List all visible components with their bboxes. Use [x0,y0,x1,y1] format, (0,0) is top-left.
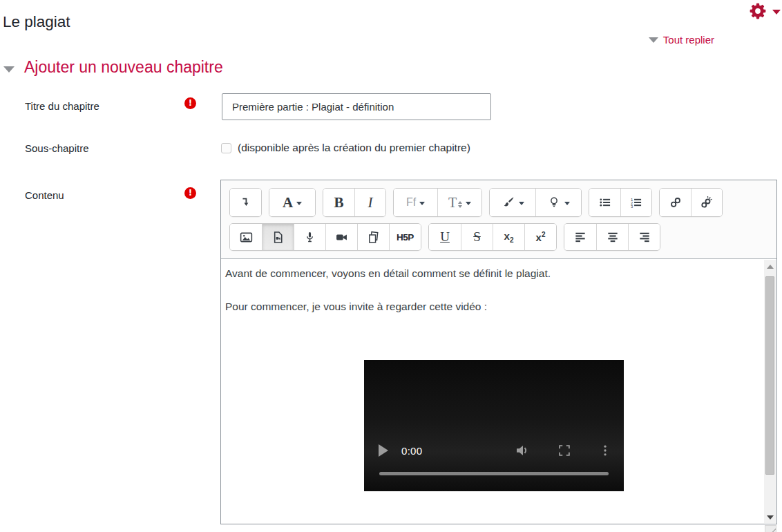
record-video-button[interactable] [325,224,357,250]
unlink-button[interactable] [691,189,722,216]
subchapter-checkbox[interactable] [221,143,231,153]
section-header: Ajouter un nouveau chapitre [3,58,223,77]
underline-label: U [440,229,450,245]
italic-label: I [368,194,373,211]
triangle-up-icon [767,265,774,269]
link-button[interactable] [660,189,691,216]
align-left-icon [573,230,587,244]
record-audio-icon [303,230,317,245]
font-size-button[interactable]: T [437,189,481,216]
section-title: Ajouter un nouveau chapitre [24,58,223,77]
video-player: 0:00 [364,360,624,491]
collapse-toolbar-icon [239,196,253,209]
chevron-down-icon [772,10,781,15]
volume-icon[interactable] [514,442,531,459]
fullscreen-icon[interactable] [557,443,572,458]
ordered-list-button[interactable]: 1 2 3 [620,189,651,216]
gear-icon [749,2,767,20]
superscript-button[interactable]: x2 [524,224,556,250]
align-center-button[interactable] [596,224,628,250]
content-paragraph: Pour commencer, je vous invite à regarde… [225,299,763,314]
chevron-down-icon [296,202,302,205]
moodle-book-edit-page: { "page": { "title": "Le plagiat" }, "ac… [0,0,782,532]
text-color-button[interactable] [490,189,535,216]
chevron-down-icon [419,202,425,205]
video-controls: 0:00 [379,442,612,459]
vertical-scrollbar[interactable] [764,260,776,523]
font-size-label: T [448,195,457,211]
paragraph-styles-button[interactable]: A [269,189,315,216]
atto-editor: A B I Ff T [220,180,777,524]
scrollbar-thumb[interactable] [765,276,774,475]
settings-menu-button[interactable] [749,2,781,20]
highlight-color-icon [547,196,561,209]
insert-image-icon [239,230,254,245]
superscript-label: x2 [536,231,546,243]
video-time: 0:00 [401,445,422,457]
toolbar-row-1: A B I Ff T [229,188,772,217]
content-paragraph: Avant de commencer, voyons en détail com… [225,266,763,281]
unordered-list-button[interactable] [589,189,620,216]
required-icon: ! [184,187,196,199]
editor-toolbar: A B I Ff T [221,180,776,258]
collapse-all-link[interactable]: Tout replier [649,34,714,46]
underline-button[interactable]: U [429,224,461,250]
triangle-down-icon [767,515,774,520]
font-family-label: Ff [406,196,416,209]
subscript-button[interactable]: x2 [493,224,524,250]
editor-resize-handle[interactable] [765,525,776,532]
editor-content-area[interactable]: Avant de commencer, voyons en détail com… [221,258,776,524]
h5p-button[interactable]: H5P [389,224,421,250]
font-family-button[interactable]: Ff [394,189,437,216]
video-progress-bar[interactable] [379,472,609,475]
kebab-icon[interactable] [598,444,612,457]
editor-text[interactable]: Avant de commencer, voyons en détail com… [222,259,764,523]
bold-label: B [334,194,343,211]
insert-image-button[interactable] [230,224,262,250]
scroll-up-button[interactable] [764,261,776,272]
link-icon [669,196,683,209]
strikethrough-label: S [473,229,481,245]
subchapter-note: (disponible après la création du premier… [238,142,470,154]
highlight-color-button[interactable] [535,189,581,216]
insert-media-icon [271,230,285,245]
italic-button[interactable]: I [354,189,385,216]
text-color-icon [502,196,515,209]
strikethrough-button[interactable]: S [461,224,493,250]
manage-files-icon [366,230,381,245]
insert-media-button[interactable] [262,224,294,250]
h5p-label: H5P [397,232,414,243]
content-label: Contenu [25,189,64,201]
align-center-icon [606,230,620,244]
paragraph-styles-label: A [283,194,293,211]
subchapter-label: Sous-chapitre [25,142,89,154]
align-left-button[interactable] [564,224,596,250]
svg-text:3: 3 [631,205,633,209]
chapter-title-input[interactable] [222,93,491,120]
collapse-all-label: Tout replier [663,34,714,46]
chevron-down-icon [466,202,471,205]
manage-files-button[interactable] [357,224,389,250]
scroll-down-button[interactable] [764,512,776,522]
toolbar-row-2: H5P U S x2 x2 [229,223,772,251]
collapse-toolbar-button[interactable] [230,189,261,216]
unlink-icon [700,196,714,209]
section-toggle-icon[interactable] [3,66,15,73]
align-right-button[interactable] [628,224,660,250]
ordered-list-icon: 1 2 3 [629,196,643,209]
page-title: Le plagiat [3,13,70,31]
bold-button[interactable]: B [323,189,354,216]
chevron-down-icon [649,37,658,43]
subscript-label: x2 [504,230,514,244]
record-audio-button[interactable] [294,224,325,250]
record-video-icon [334,230,349,245]
chapter-title-label: Titre du chapitre [25,100,99,112]
chevron-down-icon [519,202,524,205]
play-icon[interactable] [379,444,388,457]
align-right-icon [638,230,651,244]
size-updown-icon [458,201,462,208]
chevron-down-icon [564,202,570,205]
required-icon: ! [184,97,196,109]
unordered-list-icon [598,196,612,209]
